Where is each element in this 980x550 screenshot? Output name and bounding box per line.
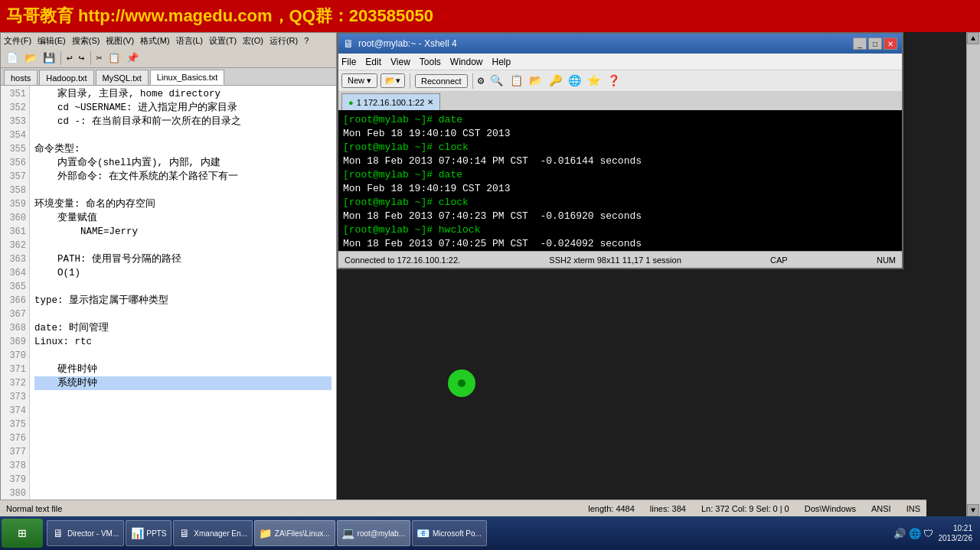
menu-tools[interactable]: Tools [420,57,441,67]
npp-menu-search[interactable]: 搜索(S) [72,35,100,47]
taskbar-btn-mspo[interactable]: 📧 Microsoft Po... [412,520,487,546]
npp-paste-btn[interactable]: 📌 [124,50,141,66]
terminal-line: Mon 18 Feb 2013 07:40:23 PM CST -0.01692… [343,210,897,223]
code-line-363: PATH: 使用冒号分隔的路径 [34,252,332,266]
taskbar: ⊞ 🖥 Director - VM... 📊 PPTS 🖥 Xmanager E… [0,516,980,550]
xshell-new-btn[interactable]: New ▾ [341,73,377,88]
tab-mysql[interactable]: MySQL.txt [96,70,149,85]
menu-view[interactable]: View [390,57,410,67]
code-line-358 [34,184,332,197]
code-line-367 [34,308,332,321]
right-scrollbar[interactable]: ▲ ▼ [966,32,980,516]
xshell-tab-close[interactable]: ✕ [427,98,433,106]
tab-hosts[interactable]: hosts [4,70,38,85]
npp-menu-lang[interactable]: 语言(L) [176,35,203,47]
code-line-355: 命令类型: [34,142,332,156]
code-line-362 [34,239,332,252]
taskbar-btn-files[interactable]: 📁 ZA\Files\Linux... [254,520,335,546]
npp-save-btn[interactable]: 💾 [41,50,57,66]
npp-top: 文件(F) 编辑(E) 搜索(S) 视图(V) 格式(M) 语言(L) 设置(T… [1,33,336,86]
code-content[interactable]: 家目录, 主目录, home directory cd ~USERNAME: 进… [30,86,336,516]
close-button[interactable]: ✕ [884,37,897,50]
xmanager-icon: 🖥 [178,527,191,539]
notepad-statusbar: Normal text file length: 4484 lines: 384… [0,500,926,516]
npp-undo-btn[interactable]: ↩ [64,50,75,66]
xshell-statusbar: Connected to 172.16.100.1:22. SSH2 xterm… [338,251,902,268]
terminal-line: [root@mylab ~]# clock [343,141,897,155]
taskbar-btn-xmanager[interactable]: 🖥 Xmanager En... [173,520,252,546]
terminal-line: Mon Feb 18 19:40:10 CST 2013 [343,127,897,141]
menu-file[interactable]: File [341,57,356,67]
xshell-toolbar-icons: ⚙ 🔍 📋 📂 🔑 🌐 ⭐ ❓ [478,74,620,87]
tab-hadoop[interactable]: Hadoop.txt [39,70,93,85]
scroll-down-btn[interactable]: ▼ [967,504,979,516]
menu-help[interactable]: Help [492,57,511,67]
separator-2 [90,51,91,65]
code-line-365 [34,280,332,294]
xshell-titlebar: 🖥 root@mylab:~ - Xshell 4 _ □ ✕ [338,34,902,54]
npp-menu-help[interactable]: ? [304,36,309,45]
taskbar-label-director: Director - VM... [67,529,119,538]
tab-linux-basics[interactable]: Linux_Basics.txt [150,70,224,85]
npp-menu-run[interactable]: 运行(R) [270,35,298,47]
line-numbers: 3513523533543553563573583593603613623633… [1,86,30,516]
menu-edit[interactable]: Edit [365,57,381,67]
npp-redo-btn[interactable]: ↪ [77,50,87,66]
clock-display: 10:21 2013/2/26 [939,523,973,543]
code-line-375 [34,418,332,431]
files-icon: 📁 [260,527,272,539]
root-icon: 💻 [342,527,354,539]
status-charset: ANSI [871,504,891,513]
toolbar-sep [410,73,410,89]
npp-menu-file[interactable]: 文件(F) [4,35,31,47]
start-button[interactable]: ⊞ [2,519,43,548]
scroll-up-btn[interactable]: ▲ [967,32,979,44]
minimize-button[interactable]: _ [853,37,867,50]
npp-cut-btn[interactable]: ✂ [94,50,105,66]
npp-open-btn[interactable]: 📂 [22,50,39,66]
npp-menu-view[interactable]: 视图(V) [106,35,134,47]
taskbar-btn-director[interactable]: 🖥 Director - VM... [47,520,124,546]
notepad-statusbar-right: length: 4484 lines: 384 Ln: 372 Col: 9 S… [588,504,920,513]
npp-copy-btn[interactable]: 📋 [106,50,122,66]
code-line-357: 外部命令: 在文件系统的某个路径下有一 [34,170,332,184]
xshell-connection-status: Connected to 172.16.100.1:22. [345,255,460,265]
taskbar-label-files: ZA\Files\Linux... [275,529,330,538]
xshell-tab-bar: ● 1 172.16.100.1:22 ✕ [338,92,902,110]
code-line-366: type: 显示指定属于哪种类型 [34,294,332,308]
code-line-380 [34,487,332,500]
status-length: length: 4484 [588,504,635,513]
clock-time: 10:21 [939,523,973,533]
npp-toolbar: 📄 📂 💾 ↩ ↪ ✂ 📋 📌 [1,48,336,68]
xshell-open-btn[interactable]: 📂▾ [381,73,405,88]
npp-menu-edit[interactable]: 编辑(E) [38,35,66,47]
npp-menu-settings[interactable]: 设置(T) [209,35,237,47]
taskbar-label-ppts: PPTS [146,529,166,538]
code-line-379 [34,473,332,487]
code-line-374 [34,404,332,418]
npp-menu-format[interactable]: 格式(M) [140,35,170,47]
xshell-reconnect-btn[interactable]: Reconnect [415,74,468,88]
terminal-line: Mon Feb 18 19:40:19 CST 2013 [343,182,897,196]
code-line-351: 家目录, 主目录, home directory [34,87,332,101]
taskbar-label-mspo: Microsoft Po... [433,529,482,538]
notepad-window: 文件(F) 编辑(E) 搜索(S) 视图(V) 格式(M) 语言(L) 设置(T… [0,32,337,516]
maximize-button[interactable]: □ [868,37,882,50]
taskbar-btn-root[interactable]: 💻 root@mylab... [337,520,410,546]
taskbar-btn-ppts[interactable]: 📊 PPTS [126,520,172,546]
menu-window[interactable]: Window [450,57,483,67]
code-line-371: 硬件时钟 [34,363,332,376]
code-line-368: date: 时间管理 [34,321,332,335]
npp-new-btn[interactable]: 📄 [4,50,21,66]
taskbar-tray: 🔊 🌐 🛡 10:21 2013/2/26 [893,523,978,543]
code-line-360: 变量赋值 [34,211,332,225]
code-line-354 [34,129,332,142]
terminal-line: Mon 18 Feb 2013 07:40:25 PM CST -0.02409… [343,237,897,251]
npp-menu-macro[interactable]: 宏(O) [243,35,263,47]
windows-logo-icon: ⊞ [18,525,27,542]
xshell-terminal[interactable]: [root@mylab ~]# dateMon Feb 18 19:40:10 … [338,110,902,251]
status-mode: Normal text file [6,504,62,513]
code-line-353: cd -: 在当前目录和前一次所在的目录之 [34,115,332,129]
code-line-356: 内置命令(shell内置), 内部, 内建 [34,156,332,170]
xshell-session-tab[interactable]: ● 1 172.16.100.1:22 ✕ [341,93,440,110]
